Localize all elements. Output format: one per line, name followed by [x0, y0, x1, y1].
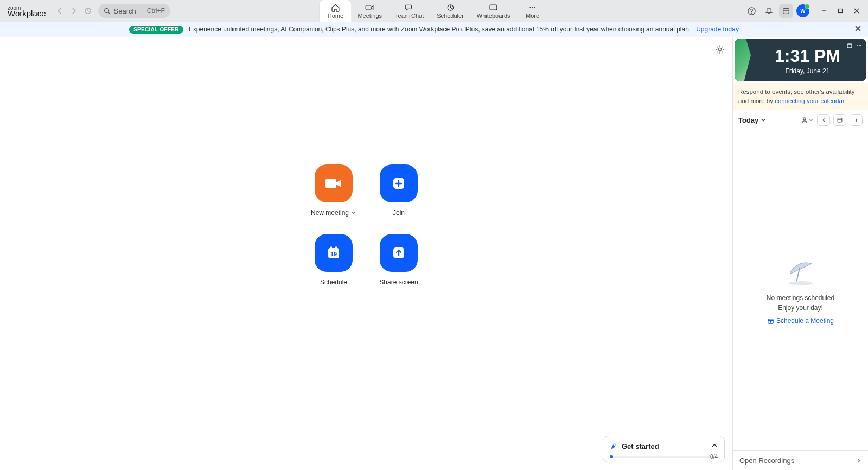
action-schedule: 19 Schedule	[301, 234, 366, 299]
search-placeholder: Search	[114, 7, 136, 15]
clock-time: 1:31 PM	[754, 46, 861, 66]
join-button[interactable]	[380, 164, 418, 202]
tab-team-chat[interactable]: Team Chat	[388, 0, 430, 22]
calendar-today-button[interactable]	[833, 114, 846, 126]
schedule-button[interactable]: 19	[315, 234, 353, 272]
share-screen-button[interactable]	[380, 234, 418, 272]
whiteboard-icon	[488, 3, 499, 12]
svg-point-11	[718, 48, 721, 50]
chevron-right-icon	[856, 458, 861, 463]
nav-forward-button[interactable]	[67, 4, 81, 18]
window-minimize-button[interactable]	[817, 4, 831, 18]
svg-point-6	[532, 7, 533, 8]
tab-whiteboards[interactable]: Whiteboards	[470, 0, 517, 22]
svg-point-7	[534, 7, 535, 8]
umbrella-icon	[780, 256, 821, 287]
promo-link[interactable]: Upgrade today	[696, 26, 739, 33]
calendar-icon: 19	[326, 245, 342, 261]
video-icon	[365, 3, 375, 12]
calendar-plus-icon	[767, 317, 774, 325]
plus-icon	[391, 176, 406, 191]
clock-minimize-button[interactable]	[846, 42, 853, 51]
schedule-meeting-link[interactable]: Schedule a Meeting	[767, 317, 834, 325]
chat-icon	[404, 3, 415, 12]
svg-point-19	[614, 444, 615, 446]
calendar-button[interactable]	[779, 4, 793, 18]
chevron-up-icon	[711, 442, 718, 450]
leaf-decoration	[735, 39, 751, 81]
notifications-button[interactable]	[762, 4, 776, 18]
get-started-progress: 0/4	[610, 456, 718, 458]
empty-line1: No meetings scheduled	[767, 294, 834, 302]
promo-close-button[interactable]	[854, 25, 861, 34]
search-shortcut: Ctrl+F	[147, 7, 165, 15]
help-button[interactable]	[744, 4, 758, 18]
home-main: New meeting Join 19 Schedule	[0, 37, 732, 470]
svg-text:19: 19	[330, 251, 337, 257]
settings-button[interactable]	[715, 45, 725, 56]
calendar-next-button[interactable]	[850, 114, 863, 126]
clock-date: Friday, June 21	[754, 67, 861, 75]
home-icon	[330, 3, 341, 12]
video-camera-icon	[324, 176, 343, 190]
svg-point-5	[529, 7, 531, 8]
titlebar-right: W	[744, 4, 864, 18]
app-logo: zoom Workplace	[8, 5, 46, 16]
profile-avatar[interactable]: W	[796, 4, 809, 17]
svg-point-23	[860, 45, 861, 46]
calendar-sidebar: 1:31 PM Friday, June 21 Respond to event…	[732, 37, 868, 470]
arrow-up-icon	[391, 245, 406, 261]
svg-rect-4	[490, 5, 497, 10]
svg-point-22	[859, 45, 860, 46]
svg-rect-20	[847, 44, 852, 48]
svg-point-1	[104, 8, 108, 12]
svg-point-21	[857, 45, 858, 46]
window-maximize-button[interactable]	[833, 4, 847, 18]
promo-banner: SPECIAL OFFER Experience unlimited meeti…	[0, 22, 868, 37]
svg-rect-9	[783, 9, 789, 14]
tab-home[interactable]: Home	[320, 0, 351, 22]
open-recordings-button[interactable]: Open Recordings	[733, 450, 868, 470]
titlebar: zoom Workplace Search Ctrl+F Home Meetin…	[0, 0, 868, 22]
action-join: Join	[366, 164, 431, 230]
calendar-prev-button[interactable]	[817, 114, 830, 126]
window-close-button[interactable]	[850, 4, 864, 18]
main-tabs: Home Meetings Team Chat Scheduler Whiteb…	[320, 0, 548, 22]
clock-icon	[445, 3, 456, 12]
connect-calendar-message: Respond to events, see other's availabil…	[733, 83, 868, 110]
svg-rect-10	[839, 9, 843, 13]
action-share-screen: Share screen	[366, 234, 431, 299]
svg-point-24	[803, 118, 806, 120]
svg-rect-25	[838, 118, 842, 122]
action-new-meeting: New meeting	[301, 164, 366, 230]
calendar-toolbar: Today	[733, 110, 868, 130]
search-input[interactable]: Search Ctrl+F	[98, 4, 170, 18]
svg-rect-16	[335, 246, 337, 250]
svg-rect-12	[326, 179, 336, 188]
promo-badge: SPECIAL OFFER	[129, 26, 183, 34]
connect-calendar-link[interactable]: connecting your calendar	[775, 98, 845, 104]
svg-rect-15	[330, 246, 332, 250]
chevron-down-icon	[761, 117, 766, 123]
tab-meetings[interactable]: Meetings	[351, 0, 388, 22]
promo-text: Experience unlimited meetings, AI Compan…	[189, 26, 691, 33]
calendar-empty-state: No meetings scheduled Enjoy your day! Sc…	[733, 130, 868, 450]
people-filter-button[interactable]	[801, 114, 814, 126]
more-icon	[527, 3, 538, 12]
get-started-panel[interactable]: Get started 0/4	[603, 436, 725, 462]
new-meeting-button[interactable]	[315, 164, 353, 202]
search-icon	[104, 8, 111, 15]
tab-scheduler[interactable]: Scheduler	[430, 0, 470, 22]
quick-actions: New meeting Join 19 Schedule	[301, 164, 431, 299]
rocket-icon	[610, 442, 618, 450]
today-dropdown[interactable]: Today	[738, 116, 766, 124]
chevron-down-icon[interactable]	[351, 210, 356, 215]
svg-rect-2	[366, 5, 372, 10]
clock-card: 1:31 PM Friday, June 21	[735, 39, 866, 81]
get-started-title: Get started	[622, 442, 659, 450]
empty-line2: Enjoy your day!	[778, 304, 823, 312]
tab-more[interactable]: More	[517, 0, 548, 22]
nav-back-button[interactable]	[53, 4, 67, 18]
clock-more-button[interactable]	[856, 42, 863, 51]
history-button[interactable]	[81, 4, 95, 18]
